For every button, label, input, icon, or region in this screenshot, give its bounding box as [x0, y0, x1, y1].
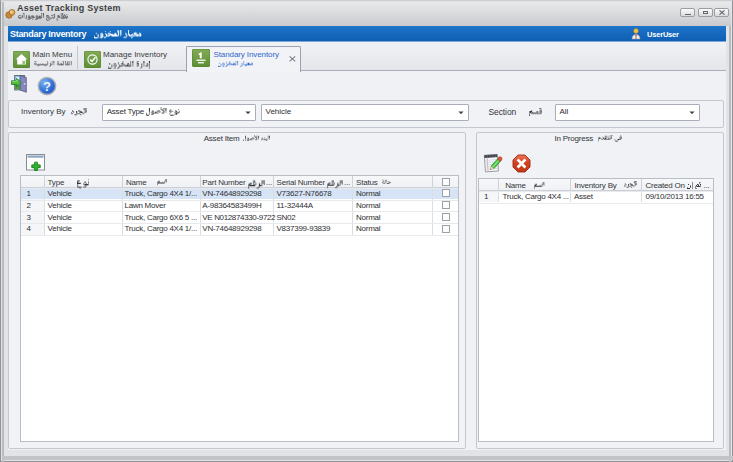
svg-text:?: ?	[43, 79, 51, 93]
